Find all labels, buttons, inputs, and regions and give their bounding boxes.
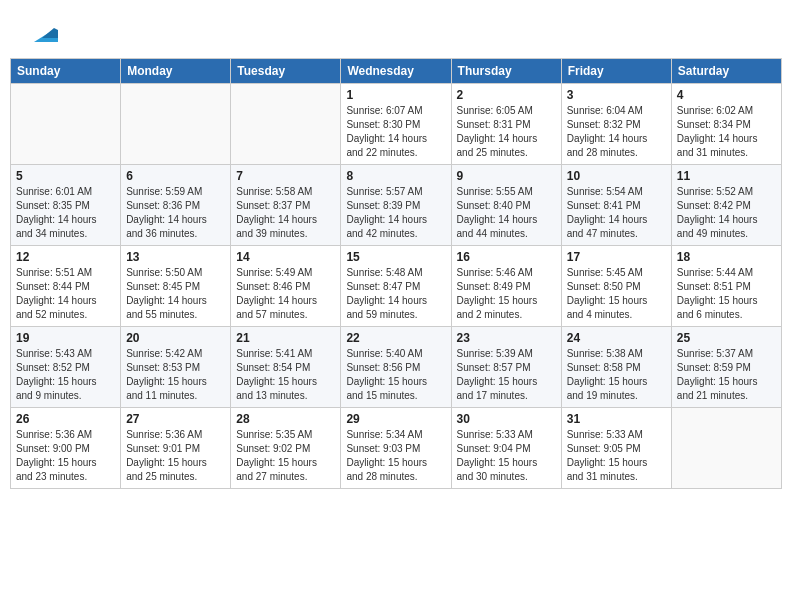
calendar-cell: 19Sunrise: 5:43 AMSunset: 8:52 PMDayligh… (11, 327, 121, 408)
day-info: Sunrise: 5:51 AMSunset: 8:44 PMDaylight:… (16, 266, 115, 322)
day-info: Sunrise: 5:42 AMSunset: 8:53 PMDaylight:… (126, 347, 225, 403)
calendar-cell: 27Sunrise: 5:36 AMSunset: 9:01 PMDayligh… (121, 408, 231, 489)
calendar-week-3: 12Sunrise: 5:51 AMSunset: 8:44 PMDayligh… (11, 246, 782, 327)
header-sunday: Sunday (11, 59, 121, 84)
calendar-cell: 23Sunrise: 5:39 AMSunset: 8:57 PMDayligh… (451, 327, 561, 408)
calendar-header-row: SundayMondayTuesdayWednesdayThursdayFrid… (11, 59, 782, 84)
day-number: 22 (346, 331, 445, 345)
day-number: 21 (236, 331, 335, 345)
header-thursday: Thursday (451, 59, 561, 84)
calendar-cell: 20Sunrise: 5:42 AMSunset: 8:53 PMDayligh… (121, 327, 231, 408)
calendar-cell: 15Sunrise: 5:48 AMSunset: 8:47 PMDayligh… (341, 246, 451, 327)
calendar-cell: 12Sunrise: 5:51 AMSunset: 8:44 PMDayligh… (11, 246, 121, 327)
calendar-cell: 7Sunrise: 5:58 AMSunset: 8:37 PMDaylight… (231, 165, 341, 246)
day-number: 14 (236, 250, 335, 264)
day-number: 3 (567, 88, 666, 102)
header-tuesday: Tuesday (231, 59, 341, 84)
calendar-cell (231, 84, 341, 165)
day-info: Sunrise: 5:43 AMSunset: 8:52 PMDaylight:… (16, 347, 115, 403)
calendar-cell: 4Sunrise: 6:02 AMSunset: 8:34 PMDaylight… (671, 84, 781, 165)
header-friday: Friday (561, 59, 671, 84)
calendar-cell: 24Sunrise: 5:38 AMSunset: 8:58 PMDayligh… (561, 327, 671, 408)
day-number: 11 (677, 169, 776, 183)
calendar-cell (121, 84, 231, 165)
header-saturday: Saturday (671, 59, 781, 84)
calendar-cell: 25Sunrise: 5:37 AMSunset: 8:59 PMDayligh… (671, 327, 781, 408)
day-number: 10 (567, 169, 666, 183)
day-info: Sunrise: 5:58 AMSunset: 8:37 PMDaylight:… (236, 185, 335, 241)
day-info: Sunrise: 5:36 AMSunset: 9:01 PMDaylight:… (126, 428, 225, 484)
calendar-cell: 10Sunrise: 5:54 AMSunset: 8:41 PMDayligh… (561, 165, 671, 246)
svg-marker-1 (42, 28, 58, 38)
day-info: Sunrise: 5:52 AMSunset: 8:42 PMDaylight:… (677, 185, 776, 241)
day-info: Sunrise: 5:40 AMSunset: 8:56 PMDaylight:… (346, 347, 445, 403)
calendar-cell: 1Sunrise: 6:07 AMSunset: 8:30 PMDaylight… (341, 84, 451, 165)
day-number: 27 (126, 412, 225, 426)
day-number: 26 (16, 412, 115, 426)
day-info: Sunrise: 5:39 AMSunset: 8:57 PMDaylight:… (457, 347, 556, 403)
calendar-week-5: 26Sunrise: 5:36 AMSunset: 9:00 PMDayligh… (11, 408, 782, 489)
calendar-week-4: 19Sunrise: 5:43 AMSunset: 8:52 PMDayligh… (11, 327, 782, 408)
calendar-cell: 26Sunrise: 5:36 AMSunset: 9:00 PMDayligh… (11, 408, 121, 489)
logo (22, 18, 58, 50)
calendar-cell: 28Sunrise: 5:35 AMSunset: 9:02 PMDayligh… (231, 408, 341, 489)
day-info: Sunrise: 5:55 AMSunset: 8:40 PMDaylight:… (457, 185, 556, 241)
day-info: Sunrise: 5:46 AMSunset: 8:49 PMDaylight:… (457, 266, 556, 322)
calendar-cell: 31Sunrise: 5:33 AMSunset: 9:05 PMDayligh… (561, 408, 671, 489)
day-info: Sunrise: 5:36 AMSunset: 9:00 PMDaylight:… (16, 428, 115, 484)
day-info: Sunrise: 5:41 AMSunset: 8:54 PMDaylight:… (236, 347, 335, 403)
calendar-cell: 5Sunrise: 6:01 AMSunset: 8:35 PMDaylight… (11, 165, 121, 246)
day-info: Sunrise: 6:02 AMSunset: 8:34 PMDaylight:… (677, 104, 776, 160)
day-number: 16 (457, 250, 556, 264)
header-wednesday: Wednesday (341, 59, 451, 84)
day-number: 19 (16, 331, 115, 345)
calendar-cell (671, 408, 781, 489)
calendar-cell: 18Sunrise: 5:44 AMSunset: 8:51 PMDayligh… (671, 246, 781, 327)
calendar-table: SundayMondayTuesdayWednesdayThursdayFrid… (10, 58, 782, 489)
day-number: 6 (126, 169, 225, 183)
day-info: Sunrise: 5:37 AMSunset: 8:59 PMDaylight:… (677, 347, 776, 403)
header-monday: Monday (121, 59, 231, 84)
day-info: Sunrise: 6:07 AMSunset: 8:30 PMDaylight:… (346, 104, 445, 160)
day-number: 2 (457, 88, 556, 102)
day-info: Sunrise: 6:01 AMSunset: 8:35 PMDaylight:… (16, 185, 115, 241)
day-number: 13 (126, 250, 225, 264)
calendar-cell: 30Sunrise: 5:33 AMSunset: 9:04 PMDayligh… (451, 408, 561, 489)
day-number: 25 (677, 331, 776, 345)
calendar-cell: 9Sunrise: 5:55 AMSunset: 8:40 PMDaylight… (451, 165, 561, 246)
day-number: 18 (677, 250, 776, 264)
day-number: 20 (126, 331, 225, 345)
day-number: 15 (346, 250, 445, 264)
calendar-cell: 22Sunrise: 5:40 AMSunset: 8:56 PMDayligh… (341, 327, 451, 408)
day-info: Sunrise: 5:59 AMSunset: 8:36 PMDaylight:… (126, 185, 225, 241)
day-info: Sunrise: 5:48 AMSunset: 8:47 PMDaylight:… (346, 266, 445, 322)
day-number: 9 (457, 169, 556, 183)
calendar-week-2: 5Sunrise: 6:01 AMSunset: 8:35 PMDaylight… (11, 165, 782, 246)
calendar-cell: 11Sunrise: 5:52 AMSunset: 8:42 PMDayligh… (671, 165, 781, 246)
logo-icon (26, 18, 58, 50)
day-info: Sunrise: 5:33 AMSunset: 9:04 PMDaylight:… (457, 428, 556, 484)
day-number: 5 (16, 169, 115, 183)
calendar-cell: 29Sunrise: 5:34 AMSunset: 9:03 PMDayligh… (341, 408, 451, 489)
day-number: 23 (457, 331, 556, 345)
day-info: Sunrise: 5:57 AMSunset: 8:39 PMDaylight:… (346, 185, 445, 241)
day-number: 7 (236, 169, 335, 183)
calendar-cell: 2Sunrise: 6:05 AMSunset: 8:31 PMDaylight… (451, 84, 561, 165)
day-number: 17 (567, 250, 666, 264)
calendar-cell: 17Sunrise: 5:45 AMSunset: 8:50 PMDayligh… (561, 246, 671, 327)
calendar-week-1: 1Sunrise: 6:07 AMSunset: 8:30 PMDaylight… (11, 84, 782, 165)
day-number: 29 (346, 412, 445, 426)
day-info: Sunrise: 5:38 AMSunset: 8:58 PMDaylight:… (567, 347, 666, 403)
calendar-cell: 16Sunrise: 5:46 AMSunset: 8:49 PMDayligh… (451, 246, 561, 327)
day-number: 1 (346, 88, 445, 102)
day-info: Sunrise: 6:05 AMSunset: 8:31 PMDaylight:… (457, 104, 556, 160)
day-info: Sunrise: 5:34 AMSunset: 9:03 PMDaylight:… (346, 428, 445, 484)
day-info: Sunrise: 5:44 AMSunset: 8:51 PMDaylight:… (677, 266, 776, 322)
day-info: Sunrise: 5:50 AMSunset: 8:45 PMDaylight:… (126, 266, 225, 322)
day-info: Sunrise: 5:45 AMSunset: 8:50 PMDaylight:… (567, 266, 666, 322)
day-number: 4 (677, 88, 776, 102)
day-number: 30 (457, 412, 556, 426)
calendar-cell: 21Sunrise: 5:41 AMSunset: 8:54 PMDayligh… (231, 327, 341, 408)
day-number: 8 (346, 169, 445, 183)
calendar-cell: 13Sunrise: 5:50 AMSunset: 8:45 PMDayligh… (121, 246, 231, 327)
